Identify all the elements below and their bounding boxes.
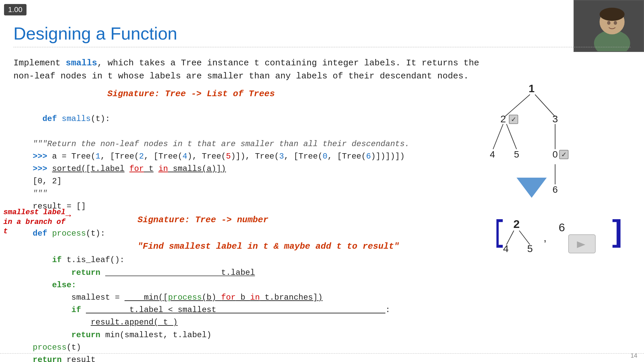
node-6: 6	[552, 184, 558, 195]
svg-text:4: 4	[503, 243, 509, 254]
hint-container: "Find smallest label in t & maybe add t …	[138, 240, 399, 253]
code-append: result.append( t )	[13, 316, 631, 328]
code-smallest: smallest = min([process(b) for b in t.br…	[13, 291, 631, 304]
page-title: Designing a Function	[13, 23, 631, 44]
annotation-arrow-icon: →	[65, 210, 71, 221]
code-return-leaf: return t.label	[13, 266, 631, 279]
checkmark-2: ✓	[511, 116, 517, 123]
svg-marker-12	[517, 178, 547, 198]
svg-text:[: [	[496, 214, 503, 248]
svg-text:2: 2	[514, 218, 520, 230]
bottom-divider	[0, 353, 644, 354]
signature2-container: Signature: Tree -> number	[138, 213, 268, 227]
svg-line-6	[505, 95, 530, 117]
annotation-label: smallest label in a branch of t →	[3, 208, 67, 237]
svg-line-16	[519, 231, 530, 245]
code-else: else:	[13, 279, 631, 291]
desc-line1: Implement smalls, which takes a Tree ins…	[13, 58, 479, 68]
svg-line-9	[506, 124, 517, 149]
checkmark-0: ✓	[561, 151, 567, 158]
code-call-process: process(t)	[13, 341, 631, 354]
code-return-result: return result	[13, 354, 631, 362]
down-arrow	[517, 178, 547, 199]
tree-diagram-bottom: [ 2 4 5 , 6 ]	[496, 198, 624, 256]
svg-text:]: ]	[612, 214, 622, 248]
signature1-text: Signature: Tree -> List of Trees	[107, 89, 275, 99]
code-if-smallest: if t.label < smallest :	[13, 304, 631, 316]
title-divider	[13, 47, 631, 47]
svg-line-15	[506, 231, 514, 245]
node-0: 0	[552, 149, 558, 160]
fn-smalls: smalls	[62, 114, 91, 123]
node-5: 5	[514, 149, 519, 160]
signature2-text: Signature: Tree -> number	[138, 215, 268, 225]
annotation-text: smallest label in a branch of t	[3, 208, 67, 237]
smalls-highlight: smalls	[66, 58, 97, 68]
hint-text: "Find smallest label in t & maybe add t …	[138, 241, 399, 251]
svg-text:6: 6	[559, 221, 565, 234]
svg-text:5: 5	[527, 243, 533, 254]
node-3: 3	[552, 113, 558, 124]
description-text: Implement smalls, which takes a Tree ins…	[13, 57, 631, 83]
svg-text:,: ,	[544, 232, 547, 244]
kw-def: def	[42, 114, 62, 123]
node-2: 2	[500, 113, 506, 124]
desc-line2: non-leaf nodes in t whose labels are sma…	[13, 71, 469, 81]
code-return-min: return min(smallest, t.label)	[13, 329, 631, 341]
svg-line-8	[493, 124, 503, 149]
node-4: 4	[490, 149, 495, 160]
node-1: 1	[529, 82, 535, 95]
